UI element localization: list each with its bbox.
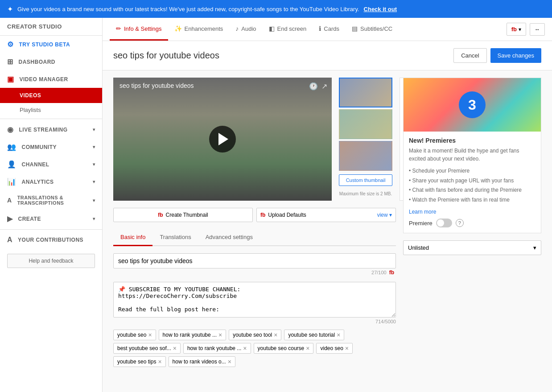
tag-remove-button[interactable]: × [158, 359, 161, 365]
thumbnail-1[interactable] [339, 78, 392, 107]
premieres-list-item: • Share your watch page URL with your fa… [409, 176, 536, 186]
title-counter: 27/100 [371, 270, 387, 275]
banner-link[interactable]: Check it out [364, 6, 397, 12]
tag-item: how to rank youtube ...× [159, 330, 227, 340]
tab-cards[interactable]: ℹ Cards [313, 18, 346, 41]
sidebar-item-video-manager[interactable]: ▣ VIDEO MANAGER [0, 70, 102, 88]
sidebar-label: Videos [7, 92, 41, 99]
gear-icon: ⚙ [7, 40, 14, 49]
help-label: Help and feedback [29, 258, 73, 264]
upload-defaults-button[interactable]: fb Upload Defaults view ▾ [256, 208, 396, 222]
tag-remove-button[interactable]: × [218, 332, 222, 338]
action-row: fb Create Thumbnail fb Upload Defaults v… [113, 208, 396, 222]
thumbnails-strip [339, 78, 392, 171]
sidebar-item-contributions[interactable]: A YOUR CONTRIBUTIONS [0, 231, 102, 248]
thumbnail-2[interactable] [339, 109, 392, 139]
sidebar-item-videos[interactable]: Videos [0, 88, 102, 103]
sidebar-item-dashboard[interactable]: ⊞ DASHBOARD [0, 53, 102, 70]
tab-label: End screen [277, 25, 307, 32]
save-changes-button[interactable]: Save changes [490, 48, 541, 63]
tab-advanced-settings[interactable]: Advanced settings [198, 229, 260, 246]
description-textarea[interactable]: 📌 SUBSCRIBE TO MY YOUTUBE CHANNEL: https… [113, 282, 396, 318]
video-player[interactable]: seo tips for youtube videos 🕐 ↗ [113, 78, 332, 201]
sidebar-label: LIVE STREAMING [19, 127, 68, 133]
tabs-bar: ✏ Info & Settings ✨ Enhancements ♪ Audio… [103, 18, 552, 41]
tag-remove-button[interactable]: × [337, 332, 340, 338]
tab-info-settings[interactable]: ✏ Info & Settings [110, 18, 168, 41]
tag-remove-button[interactable]: × [148, 332, 152, 338]
sidebar-item-live-streaming[interactable]: ◉ LIVE STREAMING ▾ [0, 121, 102, 138]
tag-label: how to rank youtube ... [187, 345, 241, 351]
arrow-icon: ↔ [535, 26, 540, 33]
tab-label: Enhancements [185, 25, 223, 32]
premieres-title: New! Premieres [409, 137, 536, 144]
tab-subtitles[interactable]: ▤ Subtitles/CC [346, 18, 399, 41]
tag-item: youtube seo course× [254, 343, 314, 354]
learn-more-link[interactable]: Learn more [409, 209, 436, 215]
video-title-overlay: seo tips for youtube videos [119, 82, 194, 89]
tag-remove-button[interactable]: × [228, 359, 231, 365]
community-icon: 👥 [7, 143, 16, 151]
create-thumb-label: Create Thumbnail [166, 212, 208, 218]
sidebar-item-channel[interactable]: 👤 CHANNEL ▾ [0, 156, 102, 173]
custom-thumbnail-button[interactable]: Custom thumbnail [339, 174, 392, 186]
premieres-list-item: • Chat with fans before and during the P… [409, 186, 536, 195]
sidebar-item-translations[interactable]: A TRANSLATIONS & TRANSCRIPTIONS ▾ [0, 190, 102, 210]
thumbnail-3[interactable] [339, 141, 392, 171]
tab-end-screen[interactable]: ◧ End screen [263, 18, 313, 41]
sidebar-label: CREATE [18, 216, 41, 222]
endscreen-icon: ◧ [269, 25, 275, 32]
tab-label: Subtitles/CC [360, 25, 392, 32]
live-icon: ◉ [7, 125, 14, 134]
sidebar-item-create[interactable]: ▶ CREATE ▾ [0, 210, 102, 227]
play-button[interactable] [209, 126, 236, 153]
view-link[interactable]: view ▾ [377, 212, 392, 218]
tab-audio[interactable]: ♪ Audio [229, 18, 262, 41]
premiere-toggle[interactable] [436, 219, 452, 227]
sidebar-label: YOUR CONTRIBUTIONS [18, 237, 83, 243]
visibility-dropdown[interactable]: Unlisted ▾ [403, 240, 541, 255]
upload-defaults-label: Upload Defaults [268, 212, 306, 218]
sidebar-item-playlists[interactable]: Playlists [0, 103, 102, 117]
sidebar-label: Playlists [20, 107, 41, 113]
tag-remove-button[interactable]: × [345, 345, 349, 351]
tab-enhancements[interactable]: ✨ Enhancements [168, 18, 230, 41]
premieres-card: 3 New! Premieres Make it a moment! Build… [403, 78, 541, 233]
language-selector[interactable]: fb ▾ [507, 23, 526, 36]
chevron-icon: ▾ [93, 162, 95, 167]
tag-remove-button[interactable]: × [274, 332, 277, 338]
chevron-icon: ▾ [93, 179, 95, 184]
banner-text: Give your videos a brand new sound with … [17, 6, 359, 12]
tab-label: Info & Settings [124, 25, 162, 32]
tag-item: youtube seo tips× [113, 356, 166, 367]
back-button[interactable]: ↔ [530, 23, 545, 36]
desc-counter: 714/5000 [113, 319, 396, 324]
tag-item: youtube seo tutorial× [284, 330, 344, 340]
sidebar-item-studio-beta[interactable]: ⚙ TRY STUDIO BETA [0, 36, 102, 53]
sidebar-item-community[interactable]: 👥 COMMUNITY ▾ [0, 138, 102, 156]
tag-remove-button[interactable]: × [173, 345, 177, 351]
help-icon[interactable]: ? [456, 219, 464, 227]
sidebar-divider-2 [0, 229, 102, 230]
video-title-input[interactable] [113, 253, 396, 268]
dropdown-arrow: ▾ [519, 26, 521, 33]
tag-label: best youtube seo sof... [117, 345, 171, 351]
tag-label: youtube seo tips [117, 359, 156, 365]
tag-label: youtube seo tool [233, 332, 272, 338]
sidebar-label: DASHBOARD [19, 59, 56, 65]
sidebar-label: VIDEO MANAGER [20, 76, 68, 83]
video-controls: 🕐 ↗ [309, 82, 327, 91]
tag-remove-button[interactable]: × [306, 345, 309, 351]
share-icon: ↗ [321, 82, 327, 91]
help-feedback-button[interactable]: Help and feedback [7, 254, 95, 268]
fb-logo-counter: fb [389, 269, 394, 276]
sidebar-divider [0, 119, 102, 119]
cards-icon: ℹ [319, 25, 321, 32]
create-thumbnail-button[interactable]: fb Create Thumbnail [113, 208, 253, 222]
translations-icon: A [7, 197, 12, 204]
tab-basic-info[interactable]: Basic info [113, 229, 152, 246]
tag-remove-button[interactable]: × [243, 345, 247, 351]
tab-translations[interactable]: Translations [152, 229, 198, 246]
sidebar-item-analytics[interactable]: 📊 ANALYTICS ▾ [0, 173, 102, 190]
cancel-button[interactable]: Cancel [453, 48, 486, 63]
